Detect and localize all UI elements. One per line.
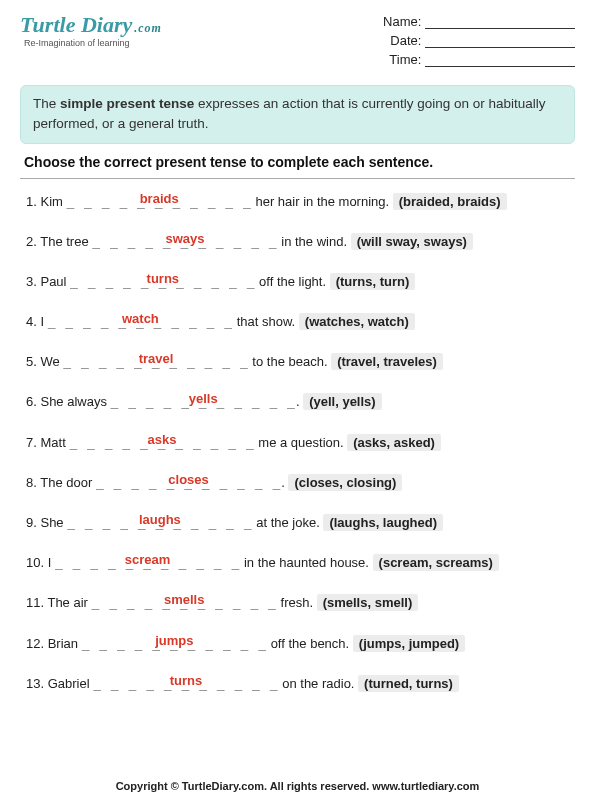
question-post: in the wind. xyxy=(278,234,351,249)
answer-options: (jumps, jumped) xyxy=(353,635,465,652)
question-post: fresh. xyxy=(277,595,317,610)
question-number: 10. xyxy=(26,555,48,570)
question-row: 12. Brian _ _ _ _ _ _ _ _ _ _ _jumps off… xyxy=(26,635,575,653)
time-label: Time: xyxy=(389,52,421,67)
question-post: off the light. xyxy=(255,274,329,289)
answer-options: (laughs, laughed) xyxy=(323,514,443,531)
question-post: that show. xyxy=(233,314,299,329)
answer-text: laughs xyxy=(139,511,181,529)
student-info: Name: Date: Time: xyxy=(383,14,575,71)
answer-text: sways xyxy=(165,230,204,248)
answer-text: braids xyxy=(140,190,179,208)
footer: Copyright © TurtleDiary.com. All rights … xyxy=(0,780,595,792)
answer-blank[interactable]: _ _ _ _ _ _ _ _ _ _ _closes xyxy=(96,474,281,492)
question-pre: The air xyxy=(47,595,91,610)
answer-options: (braided, braids) xyxy=(393,193,507,210)
question-pre: I xyxy=(48,555,55,570)
answer-blank[interactable]: _ _ _ _ _ _ _ _ _ _ _jumps xyxy=(82,635,267,653)
answer-text: yells xyxy=(189,390,218,408)
question-number: 9. xyxy=(26,515,40,530)
answer-blank[interactable]: _ _ _ _ _ _ _ _ _ _ _asks xyxy=(69,434,254,452)
question-number: 5. xyxy=(26,354,40,369)
instructions: Choose the correct present tense to comp… xyxy=(20,154,575,170)
answer-blank[interactable]: _ _ _ _ _ _ _ _ _ _ _travel xyxy=(63,353,248,371)
question-post: her hair in the morning. xyxy=(252,194,393,209)
question-number: 12. xyxy=(26,636,48,651)
answer-text: asks xyxy=(148,431,177,449)
answer-text: closes xyxy=(168,471,208,489)
answer-text: scream xyxy=(125,551,171,569)
question-number: 7. xyxy=(26,435,40,450)
question-post: at the joke. xyxy=(253,515,324,530)
question-pre: The door xyxy=(40,475,96,490)
name-field[interactable] xyxy=(425,28,575,29)
question-pre: Brian xyxy=(48,636,82,651)
answer-blank[interactable]: _ _ _ _ _ _ _ _ _ _ _braids xyxy=(66,193,251,211)
question-row: 5. We _ _ _ _ _ _ _ _ _ _ _travel to the… xyxy=(26,353,575,371)
question-post: on the radio. xyxy=(279,676,359,691)
question-pre: The tree xyxy=(40,234,92,249)
question-row: 6. She always _ _ _ _ _ _ _ _ _ _ _yells… xyxy=(26,393,575,411)
question-pre: She always xyxy=(40,394,110,409)
question-row: 2. The tree _ _ _ _ _ _ _ _ _ _ _sways i… xyxy=(26,233,575,251)
question-number: 11. xyxy=(26,595,47,610)
logo-suffix: .com xyxy=(134,21,162,35)
question-post: me a question. xyxy=(255,435,348,450)
question-number: 1. xyxy=(26,194,40,209)
divider xyxy=(20,178,575,179)
date-field[interactable] xyxy=(425,47,575,48)
answer-blank[interactable]: _ _ _ _ _ _ _ _ _ _ _smells xyxy=(92,594,277,612)
answer-options: (turns, turn) xyxy=(330,273,416,290)
answer-options: (scream, screams) xyxy=(373,554,499,571)
question-row: 8. The door _ _ _ _ _ _ _ _ _ _ _closes.… xyxy=(26,474,575,492)
question-pre: Gabriel xyxy=(48,676,94,691)
answer-blank[interactable]: _ _ _ _ _ _ _ _ _ _ _turns xyxy=(93,675,278,693)
answer-text: travel xyxy=(139,350,174,368)
question-row: 9. She _ _ _ _ _ _ _ _ _ _ _laughs at th… xyxy=(26,514,575,532)
question-number: 4. xyxy=(26,314,40,329)
question-row: 11. The air _ _ _ _ _ _ _ _ _ _ _smells … xyxy=(26,594,575,612)
answer-text: turns xyxy=(147,270,180,288)
answer-options: (will sway, sways) xyxy=(351,233,473,250)
question-number: 3. xyxy=(26,274,40,289)
answer-options: (turned, turns) xyxy=(358,675,459,692)
answer-blank[interactable]: _ _ _ _ _ _ _ _ _ _ _turns xyxy=(70,273,255,291)
answer-text: smells xyxy=(164,591,204,609)
answer-text: turns xyxy=(170,672,203,690)
question-post: off the bench. xyxy=(267,636,353,651)
answer-options: (closes, closing) xyxy=(288,474,402,491)
answer-blank[interactable]: _ _ _ _ _ _ _ _ _ _ _scream xyxy=(55,554,240,572)
question-post: in the haunted house. xyxy=(240,555,372,570)
question-post: to the beach. xyxy=(249,354,331,369)
question-pre: Paul xyxy=(40,274,70,289)
answer-blank[interactable]: _ _ _ _ _ _ _ _ _ _ _sways xyxy=(92,233,277,251)
answer-options: (yell, yells) xyxy=(303,393,381,410)
date-label: Date: xyxy=(390,33,421,48)
answer-options: (smells, smell) xyxy=(317,594,419,611)
logo-main: Turtle Diary xyxy=(20,12,132,37)
question-row: 7. Matt _ _ _ _ _ _ _ _ _ _ _asks me a q… xyxy=(26,434,575,452)
question-row: 3. Paul _ _ _ _ _ _ _ _ _ _ _turns off t… xyxy=(26,273,575,291)
time-field[interactable] xyxy=(425,66,575,67)
question-pre: We xyxy=(40,354,63,369)
logo-tagline: Re-Imagination of learning xyxy=(24,38,162,48)
answer-blank[interactable]: _ _ _ _ _ _ _ _ _ _ _laughs xyxy=(67,514,252,532)
info-box: The simple present tense expresses an ac… xyxy=(20,85,575,144)
question-number: 8. xyxy=(26,475,40,490)
worksheet-header: Turtle Diary.com Re-Imagination of learn… xyxy=(20,14,575,71)
question-pre: Matt xyxy=(40,435,69,450)
answer-blank[interactable]: _ _ _ _ _ _ _ _ _ _ _yells xyxy=(111,393,296,411)
answer-text: watch xyxy=(122,310,159,328)
question-pre: She xyxy=(40,515,67,530)
question-pre: I xyxy=(40,314,47,329)
answer-options: (asks, asked) xyxy=(347,434,441,451)
answer-options: (watches, watch) xyxy=(299,313,415,330)
question-row: 4. I _ _ _ _ _ _ _ _ _ _ _watch that sho… xyxy=(26,313,575,331)
question-list: 1. Kim _ _ _ _ _ _ _ _ _ _ _braids her h… xyxy=(20,193,575,693)
logo: Turtle Diary.com Re-Imagination of learn… xyxy=(20,14,162,48)
answer-blank[interactable]: _ _ _ _ _ _ _ _ _ _ _watch xyxy=(48,313,233,331)
question-number: 2. xyxy=(26,234,40,249)
question-pre: Kim xyxy=(40,194,66,209)
question-row: 10. I _ _ _ _ _ _ _ _ _ _ _scream in the… xyxy=(26,554,575,572)
name-label: Name: xyxy=(383,14,421,29)
